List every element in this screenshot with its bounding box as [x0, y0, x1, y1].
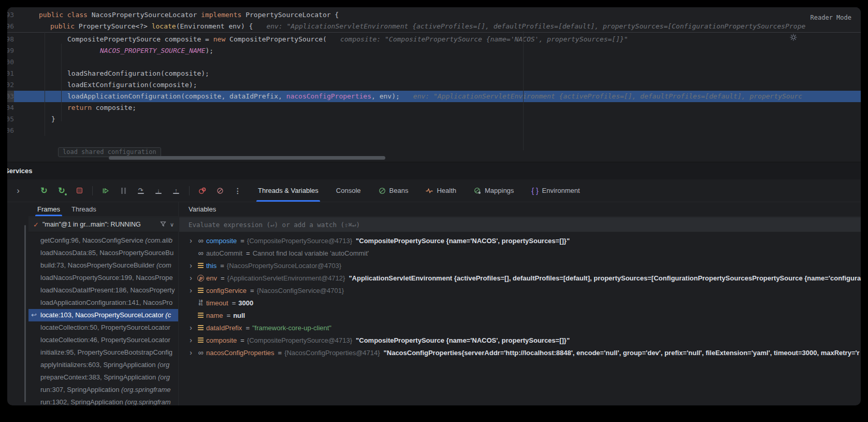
- stack-frame[interactable]: getConfig:96, NacosConfigService (com.al…: [28, 234, 178, 247]
- services-scrollbar[interactable]: [24, 225, 26, 402]
- step-into-button[interactable]: ↓: [153, 185, 164, 196]
- health-pulse-icon: [426, 188, 433, 194]
- variable-row[interactable]: 1001timeout=3000: [179, 297, 861, 309]
- tab-label: Threads & Variables: [258, 187, 319, 194]
- variable-reference: {NacosConfigService@4701}: [257, 287, 344, 294]
- code-line[interactable]: 98CompositePropertySource composite = ne…: [7, 34, 861, 45]
- code-line[interactable]: 105}: [7, 114, 861, 125]
- expand-chevron-icon[interactable]: ›: [186, 274, 195, 282]
- code-editor[interactable]: 93public class NacosPropertySourceLocato…: [7, 7, 861, 162]
- more-options-button[interactable]: ⋮: [232, 185, 243, 196]
- indent-guide: [61, 44, 62, 121]
- variable-value: Cannot find local variable 'autoCommit': [253, 249, 369, 257]
- variable-row[interactable]: ›configService={NacosConfigService@4701}: [179, 284, 861, 297]
- code-line[interactable]: 93public class NacosPropertySourceLocato…: [7, 9, 861, 21]
- stack-frame[interactable]: build:73, NacosPropertySourceBuilder (co…: [28, 259, 178, 272]
- variable-value: "ApplicationServletEnvironment {activePr…: [349, 274, 861, 282]
- stack-frame[interactable]: loadNacosPropertySource:199, NacosPrope: [28, 272, 178, 284]
- stack-frame[interactable]: prepareContext:383, SpringApplication (o…: [28, 371, 178, 384]
- code-line[interactable]: 100: [7, 57, 861, 68]
- rerun-button[interactable]: ↻: [38, 185, 50, 196]
- view-breakpoints-button[interactable]: [197, 185, 208, 196]
- tab-frames[interactable]: Frames: [37, 202, 60, 216]
- expand-chevron-icon[interactable]: ›: [186, 261, 195, 270]
- expand-chevron-icon[interactable]: ›: [186, 336, 195, 344]
- chevron-down-icon[interactable]: ∨: [170, 221, 174, 228]
- equals-sign: =: [220, 262, 224, 270]
- stack-frame[interactable]: initialize:95, PropertySourceBootstrapCo…: [28, 346, 178, 359]
- stack-frame[interactable]: loadApplicationConfiguration:141, NacosP…: [28, 297, 178, 309]
- tab-threads-variables[interactable]: Threads & Variables: [258, 179, 319, 202]
- expand-chevron-icon[interactable]: ›: [186, 286, 195, 294]
- parameter-icon: p: [195, 275, 206, 282]
- step-out-button[interactable]: ↑: [170, 185, 182, 196]
- stack-frame[interactable]: run:1302, SpringApplication (org.springf…: [28, 396, 178, 405]
- tab-console[interactable]: Console: [336, 179, 361, 202]
- thread-label: "main"@1 in gr...main": RUNNING: [42, 221, 156, 228]
- variable-row[interactable]: ›penv={ApplicationServletEnvironment@471…: [179, 272, 861, 284]
- frame-package: (c: [165, 311, 171, 319]
- frame-package: (com.alib: [145, 236, 172, 244]
- rerun-debug-button[interactable]: ↻: [56, 185, 67, 196]
- reader-mode-toggle[interactable]: Reader Mode: [811, 12, 851, 23]
- pause-button[interactable]: [118, 185, 129, 196]
- stop-button[interactable]: [74, 185, 85, 196]
- services-panel-header: Services: [7, 162, 861, 179]
- debug-actions: ›↻↻↷↓↑⋮: [7, 185, 243, 196]
- thread-selector[interactable]: ✓ "main"@1 in gr...main": RUNNING ∨: [28, 217, 178, 232]
- code-line[interactable]: 96public PropertySource<?> locate(Enviro…: [7, 21, 861, 32]
- debug-toolbar: ›↻↻↷↓↑⋮ Threads & VariablesConsoleBeansH…: [7, 179, 861, 202]
- frame-label: getConfig:96, NacosConfigService: [40, 236, 145, 244]
- variable-row[interactable]: name=null: [179, 309, 861, 321]
- tab-environment[interactable]: { }Environment: [531, 179, 580, 202]
- resume-button[interactable]: [100, 185, 111, 196]
- tab-mappings[interactable]: Mappings: [474, 179, 514, 202]
- tab-label: Mappings: [485, 187, 514, 194]
- frames-tab-bar: Frames Threads: [28, 202, 178, 217]
- thread-status-icon: ✓: [33, 221, 39, 229]
- filter-icon[interactable]: [160, 220, 166, 229]
- editor-horizontal-scrollbar[interactable]: [109, 156, 385, 160]
- code-line[interactable]: 106: [7, 125, 861, 136]
- tab-health[interactable]: Health: [426, 179, 456, 202]
- stack-frame[interactable]: locateCollection:46, PropertySourceLocat…: [28, 334, 178, 346]
- code-line[interactable]: 99NACOS_PROPERTY_SOURCE_NAME);: [7, 45, 861, 57]
- primitive-icon: 1001: [195, 300, 206, 306]
- expand-chevron-icon[interactable]: ›: [186, 236, 195, 245]
- stack-frame[interactable]: locateCollection:50, PropertySourceLocat…: [28, 321, 178, 334]
- evaluate-expression-input[interactable]: Evaluate expression (↵) or add a watch (…: [179, 217, 861, 232]
- frame-label: locate:103, NacosPropertySourceLocator: [40, 311, 165, 319]
- frame-label: loadNacosData:85, NacosPropertySourceBu: [40, 249, 173, 257]
- variable-row[interactable]: ›dataIdPrefix="framework-core-up-client": [179, 321, 861, 334]
- mute-breakpoints-button[interactable]: [214, 185, 226, 196]
- variable-row[interactable]: ∞autoCommit=Cannot find local variable '…: [179, 247, 861, 259]
- tab-threads[interactable]: Threads: [71, 202, 96, 216]
- tab-beans[interactable]: Beans: [379, 179, 409, 202]
- expand-chevron-icon[interactable]: ›: [186, 348, 195, 357]
- variable-name: dataIdPrefix: [206, 324, 242, 332]
- services-expand-chevron[interactable]: ›: [12, 185, 24, 196]
- code-line[interactable]: 102loadExtConfiguration(composite);: [7, 79, 861, 91]
- code-line[interactable]: 103loadApplicationConfiguration(composit…: [7, 91, 861, 102]
- stack-frame[interactable]: run:307, SpringApplication (org.springfr…: [28, 384, 178, 396]
- equals-sign: =: [250, 287, 254, 294]
- variable-row[interactable]: ›∞nacosConfigProperties={NacosConfigProp…: [179, 346, 861, 359]
- variable-name: composite: [206, 336, 237, 344]
- stack-frame[interactable]: loadNacosData:85, NacosPropertySourceBu: [28, 247, 178, 259]
- step-over-button[interactable]: ↷: [135, 185, 147, 196]
- variables-title: Variables: [189, 205, 216, 213]
- line-number: 96: [7, 21, 14, 32]
- variable-row[interactable]: ›∞composite={CompositePropertySource@471…: [179, 234, 861, 247]
- stack-frame[interactable]: applyInitializers:603, SpringApplication…: [28, 359, 178, 371]
- expand-chevron-icon[interactable]: ›: [186, 323, 195, 332]
- indent-guide: [45, 32, 45, 136]
- inlay-settings-icon[interactable]: [789, 33, 798, 45]
- variable-row[interactable]: ›composite={CompositePropertySource@4713…: [179, 334, 861, 346]
- code-line[interactable]: 104return composite;: [7, 102, 861, 114]
- stack-frame[interactable]: ↩locate:103, NacosPropertySourceLocator …: [28, 309, 178, 321]
- variable-row[interactable]: ›this={NacosPropertySourceLocator@4703}: [179, 259, 861, 272]
- code-line[interactable]: 101loadSharedConfiguration(composite);: [7, 68, 861, 79]
- frame-package: (org.springfram: [125, 398, 170, 405]
- frame-label: prepareContext:383, SpringApplication: [40, 373, 158, 381]
- stack-frame[interactable]: loadNacosDataIfPresent:186, NacosPropert…: [28, 284, 178, 297]
